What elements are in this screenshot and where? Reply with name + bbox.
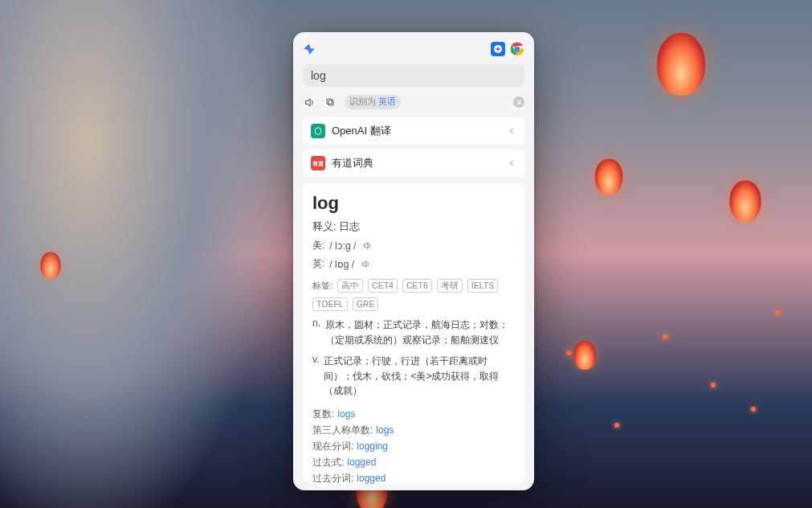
phon-uk-label: 英: (312, 257, 324, 271)
source-openai[interactable]: OpenAI 翻译 (303, 117, 524, 145)
headword: log (312, 193, 515, 214)
source-youdao-label: 有道词典 (332, 156, 373, 170)
pos-label: n. (312, 318, 320, 347)
tags-row: 标签: 高中 CET4 CET6 考研 IELTS TOEFL GRE (312, 279, 515, 311)
speaker-icon[interactable] (303, 96, 316, 109)
tag: TOEFL (312, 297, 348, 311)
source-youdao[interactable]: 有道 有道词典 (303, 150, 524, 177)
pos-label: v. (312, 354, 319, 399)
app-logo-icon (303, 43, 316, 55)
detected-lang-pill: 识别为 英语 (345, 95, 401, 109)
tag: IELTS (467, 279, 498, 293)
detected-lang-row: 识别为 英语 (303, 95, 524, 109)
chevron-left-icon (507, 158, 516, 168)
speaker-icon[interactable] (361, 240, 373, 252)
sense-noun: n. 原木，圆材；正式记录，航海日志；对数；（定期或系统的）观察记录；船舶测速仪 (312, 318, 515, 347)
light-dot (566, 350, 571, 355)
form-label: 第三人称单数: (312, 424, 373, 436)
light-dot (775, 310, 780, 315)
clear-icon[interactable] (513, 96, 524, 108)
lantern-decoration (657, 33, 705, 96)
form-label: 过去式: (312, 457, 344, 468)
form-value[interactable]: logs (376, 424, 394, 436)
phonetic-uk: 英: / lɒg / (312, 257, 515, 271)
lantern-decoration (40, 252, 60, 279)
form-label: 过去分词: (312, 473, 353, 484)
tag: CET4 (368, 279, 398, 293)
title-bar (303, 40, 524, 58)
phon-us-value: / lɔ:g / (329, 240, 356, 252)
sense-text: 原木，圆材；正式记录，航海日志；对数；（定期或系统的）观察记录；船舶测速仪 (325, 318, 515, 347)
translator-popup: log 识别为 英语 OpenAI 翻译 有道 有道词典 log (293, 32, 534, 490)
tag: GRE (353, 297, 379, 311)
sense-text: 正式记录；行驶，行进（若干距离或时间）；伐木，砍伐；<美>成功获得，取得（成就） (324, 354, 515, 399)
speaker-icon[interactable] (359, 258, 372, 271)
tag: 高中 (337, 279, 363, 293)
dictionary-card: log 释义: 日志 美: / lɔ:g / 英: / lɒg / 标签: 高中… (303, 183, 524, 484)
phon-us-label: 美: (312, 239, 324, 252)
copy-icon[interactable] (324, 96, 337, 109)
form-label: 复数: (312, 408, 334, 420)
svg-rect-5 (327, 99, 332, 104)
svg-rect-4 (328, 100, 333, 105)
light-dot (663, 334, 667, 339)
lantern-decoration (729, 181, 761, 222)
light-dot (614, 423, 619, 428)
source-openai-label: OpenAI 翻译 (332, 124, 391, 138)
chrome-icon[interactable] (510, 42, 524, 56)
openai-badge-icon (311, 124, 325, 138)
light-dot (711, 383, 716, 387)
form-label: 现在分词: (312, 440, 353, 452)
form-value[interactable]: logged (347, 457, 376, 468)
tags-label: 标签: (312, 280, 333, 292)
safari-icon[interactable] (491, 42, 505, 56)
form-value[interactable]: logged (357, 473, 386, 484)
lantern-decoration (573, 341, 596, 370)
def-value: 日志 (339, 221, 360, 232)
chevron-left-icon (507, 126, 516, 136)
youdao-badge-icon: 有道 (311, 156, 325, 170)
sense-verb: v. 正式记录；行驶，行进（若干距离或时间）；伐木，砍伐；<美>成功获得，取得（… (312, 354, 515, 399)
pill-prefix: 识别为 (349, 96, 376, 106)
primary-definition: 释义: 日志 (312, 220, 515, 234)
search-input[interactable]: log (303, 64, 524, 87)
phon-uk-value: / lɒg / (329, 259, 354, 270)
form-value[interactable]: logs (337, 408, 355, 420)
tag: 考研 (437, 279, 463, 293)
phonetic-us: 美: / lɔ:g / (312, 239, 515, 252)
pill-lang: 英语 (378, 96, 396, 106)
tag: CET6 (402, 279, 432, 293)
lantern-decoration (595, 159, 623, 195)
form-value[interactable]: logging (357, 440, 388, 452)
word-forms: 复数:logs 第三人称单数:logs 现在分词:logging 过去式:log… (312, 405, 515, 484)
def-label: 释义: (312, 221, 336, 232)
light-dot (751, 407, 756, 412)
